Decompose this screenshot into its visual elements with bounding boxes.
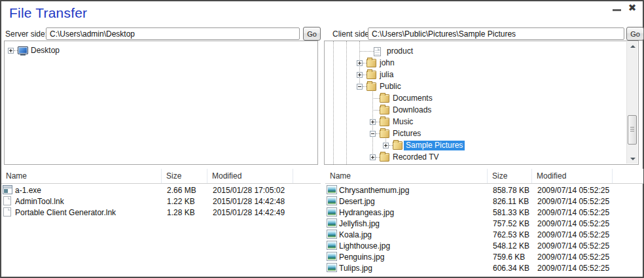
- client-go-button[interactable]: Go: [626, 27, 644, 41]
- file-row[interactable]: Chrysanthemum.jpg858.78 KB2009/07/14 05:…: [325, 185, 643, 196]
- file-modified: 2015/01/28 14:42:49: [213, 208, 298, 217]
- folder-icon: [380, 94, 389, 103]
- image-file-icon: [327, 263, 337, 272]
- file-name[interactable]: Lighthouse.jpg: [339, 241, 390, 251]
- column-header-name[interactable]: Name: [325, 169, 488, 183]
- shortcut-file-icon: [3, 196, 11, 205]
- file-name[interactable]: a-1.exe: [15, 186, 41, 195]
- column-header-name[interactable]: Name: [1, 169, 162, 183]
- file-transfer-window: File Transfer ✖ Server side: Go Client s…: [0, 0, 644, 278]
- file-row[interactable]: Koala.jpg762.53 KB2009/07/14 05:52:25: [325, 230, 643, 241]
- tree-item-label[interactable]: Public: [378, 82, 403, 92]
- expand-icon[interactable]: [383, 143, 389, 148]
- file-name[interactable]: Jellyfish.jpg: [339, 219, 380, 228]
- server-tree-pane: Desktop: [4, 41, 318, 165]
- tree-item-label[interactable]: Sample Pictures: [404, 141, 465, 150]
- file-modified: 2009/07/14 05:52:25: [537, 197, 618, 206]
- desktop-icon: [18, 46, 28, 54]
- tree-item-john[interactable]: john: [325, 58, 638, 69]
- file-size: 759.6 KB: [493, 252, 537, 262]
- shortcut-file-icon: [3, 207, 11, 217]
- tree-item-julia[interactable]: julia: [325, 69, 638, 81]
- server-file-list: NameSizeModifieda-1.exe2.66 MB2015/01/28…: [1, 169, 321, 277]
- server-path-input[interactable]: [46, 27, 300, 40]
- client-side-label: Client side:: [332, 29, 371, 39]
- file-modified: 2015/01/28 14:42:48: [213, 197, 298, 206]
- file-row[interactable]: Hydrangeas.jpg581.33 KB2009/07/14 05:52:…: [325, 207, 643, 218]
- column-header-modified[interactable]: Modified: [207, 169, 293, 183]
- tree-item-product[interactable]: product: [325, 46, 638, 58]
- file-size: 548.12 KB: [493, 241, 537, 251]
- file-modified: 2015/01/28 17:05:02: [213, 186, 298, 195]
- folder-icon: [367, 59, 376, 67]
- file-name[interactable]: Portable Client Generator.lnk: [15, 208, 116, 217]
- collapse-icon[interactable]: [370, 131, 376, 137]
- folder-icon: [367, 71, 376, 79]
- image-file-icon: [327, 207, 337, 217]
- expand-icon[interactable]: [357, 60, 363, 66]
- folder-icon: [393, 141, 402, 150]
- file-row[interactable]: Penguins.jpg759.6 KB2009/07/14 05:52:25: [325, 252, 643, 263]
- tree-item-label[interactable]: julia: [378, 70, 395, 80]
- image-file-icon: [327, 196, 337, 205]
- tree-item-label[interactable]: Desktop: [29, 46, 62, 56]
- tree-item-public[interactable]: Public: [325, 81, 638, 93]
- page-title: File Transfer: [9, 5, 87, 21]
- tree-item-sample-pictures[interactable]: Sample Pictures: [325, 140, 638, 152]
- tree-item-documents[interactable]: Documents: [325, 93, 638, 105]
- expand-icon[interactable]: [8, 48, 14, 54]
- file-size: 1.22 KB: [167, 197, 213, 206]
- expand-icon[interactable]: [370, 154, 376, 160]
- tree-item-music[interactable]: Music: [325, 116, 638, 128]
- list-header: NameSizeModified: [325, 169, 643, 184]
- file-modified: 2009/07/14 05:52:25: [537, 208, 618, 217]
- tree-item-label[interactable]: Documents: [391, 94, 435, 103]
- server-go-button[interactable]: Go: [303, 27, 321, 41]
- file-name[interactable]: AdminTool.lnk: [15, 197, 64, 206]
- column-header-size[interactable]: Size: [162, 169, 207, 183]
- client-path-input[interactable]: [368, 27, 624, 40]
- folder-icon: [380, 118, 389, 126]
- file-row[interactable]: AdminTool.lnk1.22 KB2015/01/28 14:42:48: [1, 196, 321, 207]
- close-icon[interactable]: ✖: [626, 1, 639, 14]
- tree-item-pictures[interactable]: Pictures: [325, 128, 638, 140]
- file-row[interactable]: Portable Client Generator.lnk1.28 KB2015…: [1, 207, 321, 218]
- file-row[interactable]: Lighthouse.jpg548.12 KB2009/07/14 05:52:…: [325, 241, 643, 252]
- file-name[interactable]: Koala.jpg: [339, 230, 372, 239]
- tree-item-downloads[interactable]: Downloads: [325, 105, 638, 116]
- file-modified: 2009/07/14 05:52:25: [537, 264, 618, 273]
- list-rows: a-1.exe2.66 MB2015/01/28 17:05:02AdminTo…: [1, 185, 321, 277]
- file-row[interactable]: Tulips.jpg606.34 KB2009/07/14 05:52:25: [325, 263, 643, 274]
- column-header-size[interactable]: Size: [488, 169, 532, 183]
- folder-icon: [367, 82, 376, 91]
- document-icon: [374, 47, 381, 56]
- file-size: 757.52 KB: [493, 219, 537, 228]
- file-name[interactable]: Tulips.jpg: [339, 264, 372, 273]
- file-row[interactable]: Jellyfish.jpg757.52 KB2009/07/14 05:52:2…: [325, 218, 643, 230]
- file-row[interactable]: a-1.exe2.66 MB2015/01/28 17:05:02: [1, 185, 321, 196]
- tree-item-label[interactable]: Music: [391, 117, 415, 127]
- collapse-icon[interactable]: [357, 84, 363, 90]
- file-name[interactable]: Penguins.jpg: [339, 252, 384, 262]
- minimize-icon[interactable]: [613, 9, 621, 11]
- column-header-modified[interactable]: Modified: [532, 169, 613, 183]
- file-row[interactable]: Desert.jpg826.11 KB2009/07/14 05:52:25: [325, 196, 643, 207]
- tree-item-desktop[interactable]: Desktop: [5, 45, 317, 57]
- tree-item-label[interactable]: Pictures: [391, 129, 423, 139]
- file-modified: 2009/07/14 05:52:25: [537, 219, 618, 228]
- tree-item-label[interactable]: john: [378, 58, 397, 68]
- client-file-list: NameSizeModifiedChrysanthemum.jpg858.78 …: [325, 169, 643, 277]
- tree-item-label[interactable]: Recorded TV: [391, 152, 440, 162]
- file-name[interactable]: Desert.jpg: [339, 197, 375, 206]
- tree-item-label[interactable]: product: [385, 46, 415, 56]
- file-size: 1.28 KB: [167, 208, 213, 217]
- expand-icon[interactable]: [357, 72, 363, 78]
- image-file-icon: [327, 185, 337, 194]
- file-size: 581.33 KB: [493, 208, 537, 217]
- file-size: 2.66 MB: [167, 186, 213, 195]
- expand-icon[interactable]: [370, 119, 376, 125]
- tree-item-recorded-tv[interactable]: Recorded TV: [325, 152, 638, 164]
- file-name[interactable]: Chrysanthemum.jpg: [339, 186, 409, 195]
- tree-item-label[interactable]: Downloads: [391, 105, 433, 115]
- file-name[interactable]: Hydrangeas.jpg: [339, 208, 394, 217]
